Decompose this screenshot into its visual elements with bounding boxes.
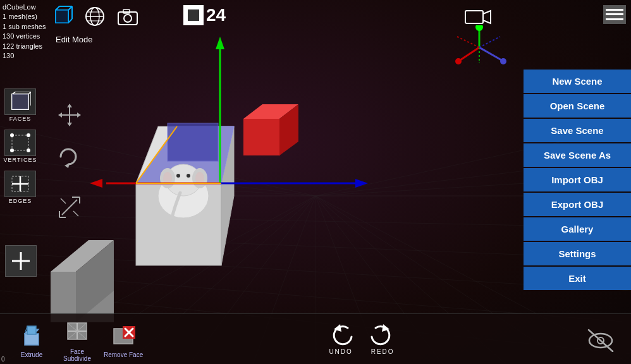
faces-icon bbox=[4, 88, 36, 115]
svg-line-105 bbox=[61, 198, 66, 203]
extrude-label: Extrude bbox=[21, 351, 42, 358]
svg-rect-66 bbox=[56, 10, 68, 23]
remove-face-label: Remove Face bbox=[104, 351, 143, 358]
vertices-label: VERTICES bbox=[4, 157, 37, 163]
extra-count: 130 bbox=[3, 51, 46, 61]
svg-line-52 bbox=[460, 47, 479, 60]
mesh-count: 1 mesh(es) bbox=[3, 12, 46, 21]
world-icon[interactable] bbox=[83, 5, 106, 28]
coordinate-display: 0 bbox=[1, 356, 5, 363]
triangles-count: 122 triangles bbox=[3, 42, 46, 51]
svg-marker-96 bbox=[58, 112, 62, 118]
svg-rect-31 bbox=[243, 119, 280, 155]
extrude-icon bbox=[17, 320, 46, 349]
undo-redo-row: UNDO REDO bbox=[328, 323, 396, 355]
edges-icon bbox=[4, 171, 36, 197]
vertices-icon bbox=[4, 130, 36, 156]
frame-number: 24 bbox=[206, 5, 226, 25]
vertices-count: 130 vertices bbox=[3, 32, 46, 41]
bottom-toolbar: Extrude FaceSubdivide bbox=[0, 313, 631, 364]
svg-rect-111 bbox=[27, 326, 36, 334]
frame-counter: 24 bbox=[183, 5, 226, 25]
save-scene-as-button[interactable]: Save Scene As bbox=[524, 143, 631, 167]
gallery-button[interactable]: Gallery bbox=[524, 217, 631, 241]
exit-button[interactable]: Exit bbox=[524, 267, 631, 290]
svg-rect-75 bbox=[465, 11, 483, 23]
top-toolbar bbox=[51, 5, 139, 28]
undo-redo-controls: UNDO REDO bbox=[328, 323, 396, 355]
svg-rect-83 bbox=[12, 135, 28, 150]
move-tool-button[interactable] bbox=[57, 102, 82, 131]
edges-label: EDGES bbox=[9, 198, 32, 204]
svg-marker-43 bbox=[216, 37, 224, 49]
undo-button[interactable]: UNDO bbox=[328, 323, 354, 355]
open-scene-button[interactable]: Open Scene bbox=[524, 94, 631, 118]
svg-marker-76 bbox=[483, 11, 491, 23]
new-scene-button[interactable]: New Scene bbox=[524, 70, 631, 93]
export-obj-button[interactable]: Export OBJ bbox=[524, 193, 631, 216]
svg-marker-94 bbox=[67, 123, 72, 126]
sub-mesh: 1 sub meshes bbox=[3, 22, 46, 32]
visibility-toggle[interactable] bbox=[580, 325, 618, 354]
svg-marker-92 bbox=[67, 104, 72, 107]
vertices-tool[interactable]: VERTICES bbox=[3, 130, 38, 163]
redo-button[interactable]: REDO bbox=[369, 323, 396, 355]
add-object-button[interactable] bbox=[5, 245, 37, 277]
bottom-left-tools: Extrude FaceSubdivide bbox=[13, 317, 143, 362]
rotate-tool-button[interactable] bbox=[56, 144, 81, 174]
left-tools-panel: FACES VERTICES EDGES bbox=[3, 88, 38, 204]
svg-point-86 bbox=[10, 149, 14, 152]
svg-rect-82 bbox=[12, 94, 28, 109]
svg-point-53 bbox=[455, 58, 462, 64]
svg-point-39 bbox=[187, 174, 190, 178]
frame-icon-box bbox=[183, 5, 204, 25]
right-menu: New Scene Open Scene Save Scene Save Sce… bbox=[524, 70, 631, 290]
edges-tool[interactable]: EDGES bbox=[3, 171, 38, 204]
scale-tool-button[interactable] bbox=[57, 195, 82, 224]
svg-marker-47 bbox=[355, 179, 368, 188]
hamburger-line-2 bbox=[606, 13, 623, 15]
hamburger-line-3 bbox=[606, 18, 623, 20]
hamburger-line-1 bbox=[606, 9, 623, 11]
svg-point-38 bbox=[176, 174, 180, 178]
gizmo-svg bbox=[444, 25, 514, 70]
snapshot-icon[interactable] bbox=[116, 5, 139, 28]
svg-point-85 bbox=[27, 133, 30, 137]
video-camera-button[interactable] bbox=[464, 8, 492, 29]
svg-line-54 bbox=[479, 47, 501, 60]
faces-label: FACES bbox=[9, 116, 32, 122]
svg-marker-98 bbox=[77, 112, 81, 118]
face-subdivide-label: FaceSubdivide bbox=[63, 348, 91, 362]
svg-rect-109 bbox=[25, 334, 39, 345]
frame-icon-inner bbox=[188, 9, 199, 21]
svg-line-58 bbox=[479, 37, 500, 47]
remove-face-icon bbox=[109, 320, 138, 349]
extrude-tool[interactable]: Extrude bbox=[13, 320, 51, 358]
orientation-gizmo[interactable] bbox=[444, 25, 514, 70]
svg-line-57 bbox=[457, 37, 479, 47]
eye-hidden-icon bbox=[585, 325, 614, 354]
svg-marker-99 bbox=[64, 163, 70, 168]
bottom-right-tools bbox=[580, 325, 618, 354]
edit-mode-label: Edit Mode bbox=[56, 35, 93, 44]
object-name: dCubeLow bbox=[3, 3, 46, 12]
save-scene-button[interactable]: Save Scene bbox=[524, 119, 631, 142]
undo-label: UNDO bbox=[329, 348, 352, 355]
faces-tool[interactable]: FACES bbox=[3, 88, 38, 122]
settings-button[interactable]: Settings bbox=[524, 242, 631, 265]
svg-point-87 bbox=[27, 149, 30, 152]
object-info-panel: dCubeLow 1 mesh(es) 1 sub meshes 130 ver… bbox=[3, 3, 46, 61]
face-subdivide-tool[interactable]: FaceSubdivide bbox=[58, 317, 96, 362]
import-obj-button[interactable]: Import OBJ bbox=[524, 168, 631, 191]
face-subdivide-icon bbox=[63, 317, 92, 346]
hamburger-menu-button[interactable] bbox=[603, 5, 626, 24]
svg-point-55 bbox=[500, 58, 506, 64]
svg-line-106 bbox=[73, 211, 78, 216]
svg-marker-45 bbox=[90, 179, 102, 188]
svg-point-73 bbox=[124, 15, 132, 22]
object-mode-icon[interactable] bbox=[51, 5, 73, 28]
svg-point-84 bbox=[10, 133, 14, 137]
remove-face-tool[interactable]: Remove Face bbox=[104, 320, 143, 358]
redo-label: REDO bbox=[371, 348, 395, 355]
